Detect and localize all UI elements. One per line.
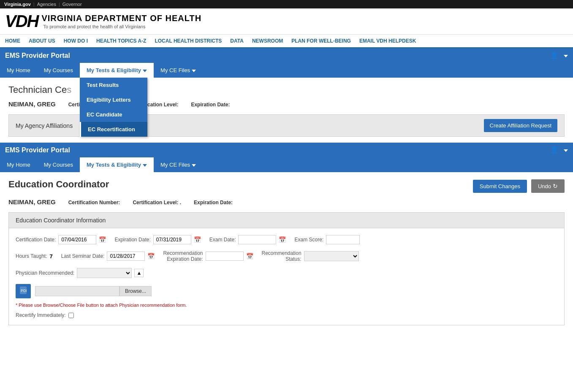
vdh-name: VIRGINIA DEPARTMENT OF HEALTH [41,14,201,23]
portal2-content: Education Coordinator Submit Changes Und… [0,172,573,332]
nav-how[interactable]: HOW DO I [64,35,88,47]
portal2-caret-icon[interactable] [564,147,568,153]
portal1-nav-home[interactable]: My Home [0,63,37,78]
portal2-nav-ce[interactable]: My CE Files [154,157,203,172]
portal1-user-name: NEIMAN, GREG [8,100,56,108]
nav-districts[interactable]: LOCAL HEALTH DISTRICTS [155,35,222,47]
exam-date-field: Exam Date: 📅 [209,235,286,244]
gov-link-agencies[interactable]: Agencies [37,2,56,7]
portal1-ce-caret [192,67,196,73]
gov-link-governor[interactable]: Governor [62,2,82,7]
create-affiliation-button[interactable]: Create Affiliation Request [484,119,557,132]
exam-score-input[interactable] [326,235,360,244]
svg-text:PDF: PDF [21,289,27,293]
portal2-title: EMS Provider Portal [5,146,70,154]
exp-date-calendar-icon[interactable]: 📅 [194,236,201,243]
portal2-nav: My Home My Courses My Tests & Eligibilit… [0,157,573,172]
portal2-ce-caret [192,162,196,168]
portal2-nav-tests[interactable]: My Tests & Eligibility [80,157,154,172]
browse-button[interactable]: Browse... [119,286,152,296]
rec-exp-date-label: RecommendationExpiration Date: [163,250,203,262]
portal1-page-title: Technician Ces [8,84,71,95]
file-input-bar [35,286,119,296]
cert-date-input[interactable] [58,235,96,244]
info-card-header: Education Coordinator Information [9,213,564,228]
portal2-tests-caret [143,162,147,168]
main-nav: HOME ABOUT US HOW DO I HEALTH TOPICS A-Z… [0,35,573,48]
submit-changes-button[interactable]: Submit Changes [473,180,527,193]
exp-date-field: Expiration Date: 📅 [114,235,201,244]
dropdown-ec-candidate[interactable]: EC Candidate [80,107,147,122]
portal1-user-icon[interactable]: 👤 [550,51,559,59]
physician-rec-field: Physician Recommended: ▲ [16,268,144,278]
browse-warning: * Please use Browse/Choose File button t… [16,302,557,308]
exam-score-field: Exam Score: [294,235,360,244]
portal2-cert-level: Certification Level: . [133,200,181,205]
dropdown-test-results[interactable]: Test Results [80,78,147,92]
gov-bar: Virginia.gov | Agencies | Governor [0,0,573,8]
portal2-page-title: Education Coordinator [8,179,109,190]
nav-data[interactable]: DATA [230,35,244,47]
last-seminar-input[interactable] [107,251,145,261]
portal1-exp-date: Expiration Date: [191,102,230,108]
physician-rec-label: Physician Recommended: [16,270,74,276]
browse-row: PDF Browse... [16,284,557,298]
hours-taught-field: Hours Taught: 7 [16,253,53,260]
rec-exp-date-field: RecommendationExpiration Date: 📅 [163,250,253,262]
nav-newsroom[interactable]: NEWSROOM [252,35,283,47]
portal2-nav-home[interactable]: My Home [0,157,37,172]
form-row-3: Physician Recommended: ▲ [16,268,557,278]
portal2-user-name: NEIMAN, GREG [8,198,56,205]
vdh-tagline: To promote and protect the health of all… [43,24,201,29]
cert-date-field: Certification Date: 📅 [16,235,106,244]
exam-date-calendar-icon[interactable]: 📅 [279,236,286,243]
nav-wellbeing[interactable]: PLAN FOR WELL-BEING [291,35,351,47]
form-row-1: Certification Date: 📅 Expiration Date: 📅… [16,235,557,244]
cert-date-calendar-icon[interactable]: 📅 [99,236,106,243]
portal1-nav-courses[interactable]: My Courses [37,63,80,78]
physician-rec-caret-icon: ▲ [134,269,144,277]
recertify-checkbox[interactable] [68,313,74,318]
info-card-body: Certification Date: 📅 Expiration Date: 📅… [9,228,564,325]
vdh-header: VDH VIRGINIA DEPARTMENT OF HEALTH To pro… [0,8,573,35]
recertify-label: Recertify Immediately: [16,312,66,318]
rec-status-select[interactable] [304,251,359,261]
rec-exp-date-input[interactable] [206,251,244,261]
pdf-icon-button[interactable]: PDF [16,284,31,298]
portal1-dropdown: Test Results Eligibility Letters EC Cand… [80,78,147,137]
exam-date-label: Exam Date: [209,237,236,243]
undo-icon: ↻ [553,183,558,189]
portal2-user-row: NEIMAN, GREG Certification Number: Certi… [8,198,565,205]
portal1-header: EMS Provider Portal 👤 [0,48,573,63]
dropdown-eligibility[interactable]: Eligibility Letters [80,92,147,107]
nav-about[interactable]: ABOUT US [29,35,55,47]
dropdown-ec-recert[interactable]: EC Recertification [80,122,147,137]
exp-date-input[interactable] [153,235,191,244]
exam-date-input[interactable] [238,235,276,244]
portal1-tests-caret [143,67,147,73]
exp-date-label: Expiration Date: [114,237,150,243]
education-coordinator-info-card: Education Coordinator Information Certif… [8,212,565,325]
last-seminar-calendar-icon[interactable]: 📅 [147,253,155,260]
recertify-row: Recertify Immediately: [16,312,557,318]
rec-exp-date-calendar-icon[interactable]: 📅 [246,253,253,260]
portal1-nav-wrapper: My Home My Courses My Tests & Eligibilit… [0,63,573,78]
portal1-nav-tests[interactable]: My Tests & Eligibility Test Results Elig… [80,63,154,78]
portal2-exp-date: Expiration Date: [194,200,233,205]
portal2-user-icon[interactable]: 👤 [550,146,559,154]
physician-rec-select[interactable] [77,268,132,278]
vdh-logo-letters: VDH [5,12,38,31]
nav-helpdesk[interactable]: EMAIL VDH HELPDESK [359,35,416,47]
rec-status-field: RecommendationStatus: [262,250,359,262]
gov-brand[interactable]: Virginia.gov [4,2,31,7]
portal1-nav-ce[interactable]: My CE Files [154,63,203,78]
last-seminar-label: Last Seminar Date: [61,253,105,259]
portal1-nav: My Home My Courses My Tests & Eligibilit… [0,63,573,78]
nav-health[interactable]: HEALTH TOPICS A-Z [96,35,146,47]
undo-button[interactable]: Undo ↻ [531,179,565,193]
last-seminar-field: Last Seminar Date: 📅 [61,251,155,261]
portal2-nav-courses[interactable]: My Courses [37,157,80,172]
vdh-logo: VDH VIRGINIA DEPARTMENT OF HEALTH To pro… [5,12,201,31]
portal1-caret-icon[interactable] [564,52,568,59]
nav-home[interactable]: HOME [5,35,20,47]
